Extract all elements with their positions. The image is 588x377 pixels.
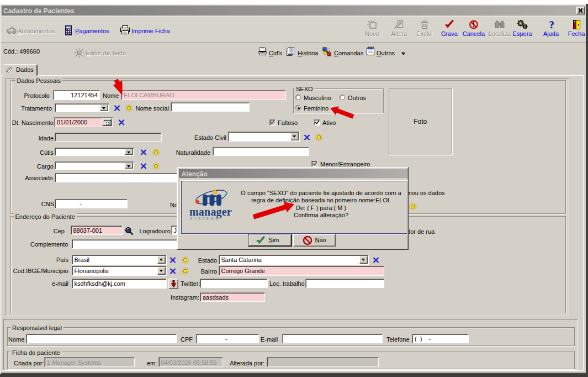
svg-text:SYSTEMS: SYSTEMS <box>190 217 219 221</box>
svg-text:?: ? <box>549 20 554 29</box>
svg-text:15: 15 <box>105 121 110 125</box>
